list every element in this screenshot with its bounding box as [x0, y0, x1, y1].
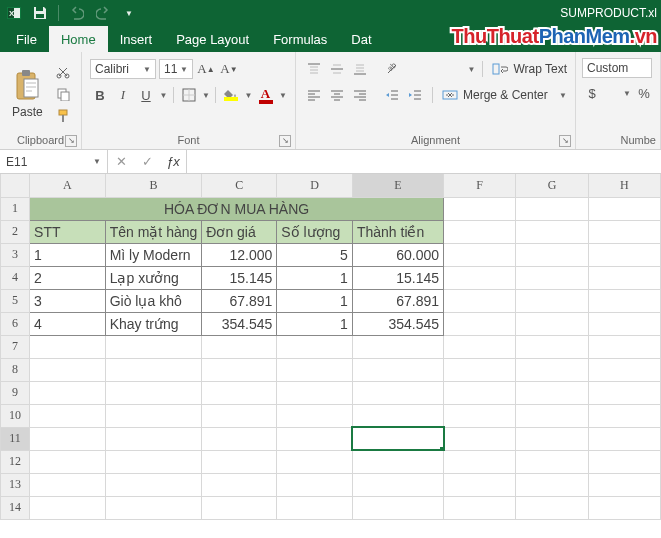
chevron-down-icon[interactable]: ▼	[202, 91, 210, 100]
percent-format-icon[interactable]: %	[634, 83, 654, 103]
align-left-icon[interactable]	[304, 85, 324, 105]
font-name-combo[interactable]: Calibri▼	[90, 59, 156, 79]
cell[interactable]: 3	[30, 289, 106, 312]
active-cell[interactable]	[352, 427, 443, 450]
row-header[interactable]: 8	[1, 358, 30, 381]
row-header[interactable]: 3	[1, 243, 30, 266]
row-header[interactable]: 11	[1, 427, 30, 450]
tab-file[interactable]: File	[4, 26, 49, 52]
increase-indent-icon[interactable]	[405, 85, 425, 105]
chevron-down-icon[interactable]: ▼	[160, 91, 168, 100]
tab-home[interactable]: Home	[49, 26, 108, 52]
align-right-icon[interactable]	[350, 85, 370, 105]
decrease-indent-icon[interactable]	[382, 85, 402, 105]
accounting-format-icon[interactable]: $	[582, 83, 602, 103]
fill-color-icon[interactable]	[221, 85, 241, 105]
col-header[interactable]: G	[516, 174, 588, 197]
merge-center-button[interactable]: Merge & Center	[463, 88, 548, 102]
underline-button[interactable]: U	[136, 85, 156, 105]
cut-icon[interactable]	[53, 62, 73, 82]
cell[interactable]: Giò lụa khô	[105, 289, 202, 312]
align-middle-icon[interactable]	[327, 59, 347, 79]
row-header[interactable]: 14	[1, 496, 30, 519]
tab-insert[interactable]: Insert	[108, 26, 165, 52]
cell[interactable]: 1	[277, 289, 353, 312]
align-bottom-icon[interactable]	[350, 59, 370, 79]
cell[interactable]: Thành tiền	[352, 220, 443, 243]
font-color-icon[interactable]: A	[256, 85, 276, 105]
alignment-launcher-icon[interactable]: ↘	[559, 135, 571, 147]
cell[interactable]: Đơn giá	[202, 220, 277, 243]
increase-font-icon[interactable]: A▲	[196, 59, 216, 79]
cell[interactable]: 4	[30, 312, 106, 335]
col-header[interactable]: E	[352, 174, 443, 197]
font-launcher-icon[interactable]: ↘	[279, 135, 291, 147]
col-header[interactable]: F	[444, 174, 516, 197]
cell-title[interactable]: HÓA ĐƠN MUA HÀNG	[30, 197, 444, 220]
chevron-down-icon[interactable]: ▼	[559, 91, 567, 100]
cell[interactable]: 12.000	[202, 243, 277, 266]
align-center-icon[interactable]	[327, 85, 347, 105]
cell[interactable]: 5	[277, 243, 353, 266]
tab-formulas[interactable]: Formulas	[261, 26, 339, 52]
chevron-down-icon[interactable]: ▼	[623, 89, 631, 98]
row-header[interactable]: 10	[1, 404, 30, 427]
col-header[interactable]: D	[277, 174, 353, 197]
cell[interactable]: 354.545	[352, 312, 443, 335]
save-icon[interactable]	[30, 3, 50, 23]
row-header[interactable]: 5	[1, 289, 30, 312]
cell[interactable]: 15.145	[352, 266, 443, 289]
row-header[interactable]: 7	[1, 335, 30, 358]
cell[interactable]: 15.145	[202, 266, 277, 289]
cell[interactable]: Mì ly Modern	[105, 243, 202, 266]
number-format-combo[interactable]: Custom	[582, 58, 652, 78]
wrap-text-button[interactable]: Wrap Text	[513, 62, 567, 76]
name-box[interactable]: E11▼	[0, 150, 108, 173]
row-header[interactable]: 9	[1, 381, 30, 404]
orientation-icon[interactable]: ab	[382, 59, 402, 79]
cell[interactable]: 1	[277, 266, 353, 289]
decrease-font-icon[interactable]: A▼	[219, 59, 239, 79]
cell[interactable]: Số lượng	[277, 220, 353, 243]
font-size-combo[interactable]: 11▼	[159, 59, 193, 79]
paste-button[interactable]: Paste	[6, 67, 49, 121]
row-header[interactable]: 12	[1, 450, 30, 473]
col-header[interactable]: H	[588, 174, 660, 197]
cell[interactable]: 67.891	[202, 289, 277, 312]
select-all-corner[interactable]	[1, 174, 30, 197]
cell[interactable]: 60.000	[352, 243, 443, 266]
borders-icon[interactable]	[179, 85, 199, 105]
formula-input[interactable]	[187, 150, 661, 173]
row-header[interactable]: 6	[1, 312, 30, 335]
italic-button[interactable]: I	[113, 85, 133, 105]
cell[interactable]: 2	[30, 266, 106, 289]
cell[interactable]: Khay trứng	[105, 312, 202, 335]
row-header[interactable]: 2	[1, 220, 30, 243]
col-header[interactable]: C	[202, 174, 277, 197]
spreadsheet-grid[interactable]: A B C D E F G H 1 HÓA ĐƠN MUA HÀNG 2 STT…	[0, 174, 661, 536]
cell[interactable]: Tên mặt hàng	[105, 220, 202, 243]
tab-page-layout[interactable]: Page Layout	[164, 26, 261, 52]
cell[interactable]: STT	[30, 220, 106, 243]
cell[interactable]: 1	[277, 312, 353, 335]
tab-data[interactable]: Dat	[339, 26, 383, 52]
cell[interactable]: 67.891	[352, 289, 443, 312]
cancel-formula-icon[interactable]: ✕	[108, 154, 134, 169]
redo-icon[interactable]	[93, 3, 113, 23]
row-header[interactable]: 1	[1, 197, 30, 220]
fx-icon[interactable]: ƒx	[160, 154, 186, 169]
align-top-icon[interactable]	[304, 59, 324, 79]
bold-button[interactable]: B	[90, 85, 110, 105]
col-header[interactable]: A	[30, 174, 106, 197]
chevron-down-icon[interactable]: ▼	[245, 91, 253, 100]
format-painter-icon[interactable]	[53, 106, 73, 126]
cell[interactable]: 1	[30, 243, 106, 266]
qat-customize-icon[interactable]: ▼	[119, 3, 139, 23]
cell[interactable]: 354.545	[202, 312, 277, 335]
row-header[interactable]: 4	[1, 266, 30, 289]
copy-icon[interactable]	[53, 84, 73, 104]
cell[interactable]: Lạp xưởng	[105, 266, 202, 289]
undo-icon[interactable]	[67, 3, 87, 23]
enter-formula-icon[interactable]: ✓	[134, 154, 160, 169]
row-header[interactable]: 13	[1, 473, 30, 496]
